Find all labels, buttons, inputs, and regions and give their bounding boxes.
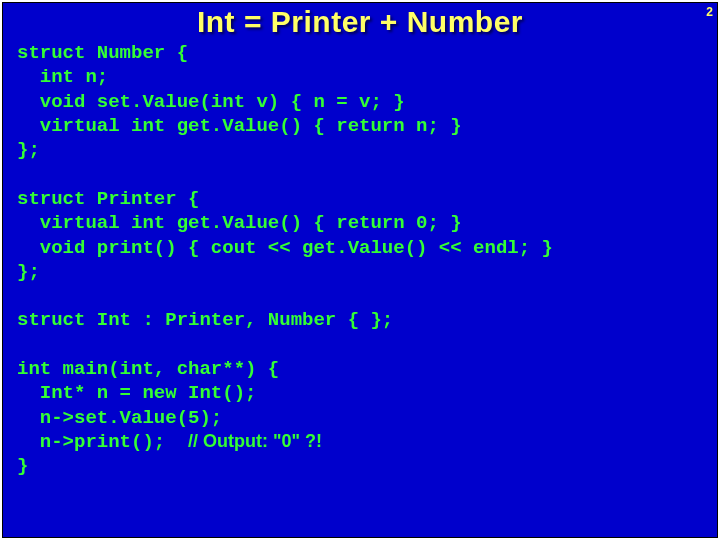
code-output-comment: // Output: "0" ?! bbox=[188, 431, 322, 451]
code-struct-int: struct Int : Printer, Number { }; bbox=[17, 309, 393, 331]
slide-title: Int = Printer + Number bbox=[3, 5, 717, 39]
code-main-l1: int main(int, char**) { bbox=[17, 358, 279, 380]
code-main-l3: n->set.Value(5); bbox=[17, 407, 222, 429]
code-area: struct Number { int n; void set.Value(in… bbox=[17, 41, 703, 479]
code-struct-printer: struct Printer { virtual int get.Value()… bbox=[17, 188, 553, 283]
slide: 2 Int = Printer + Number struct Number {… bbox=[2, 2, 718, 538]
code-main-l5: } bbox=[17, 455, 28, 477]
code-main-l2: Int* n = new Int(); bbox=[17, 382, 256, 404]
code-main-l4-pre: n->print(); bbox=[17, 431, 188, 453]
code-struct-number: struct Number { int n; void set.Value(in… bbox=[17, 42, 462, 161]
